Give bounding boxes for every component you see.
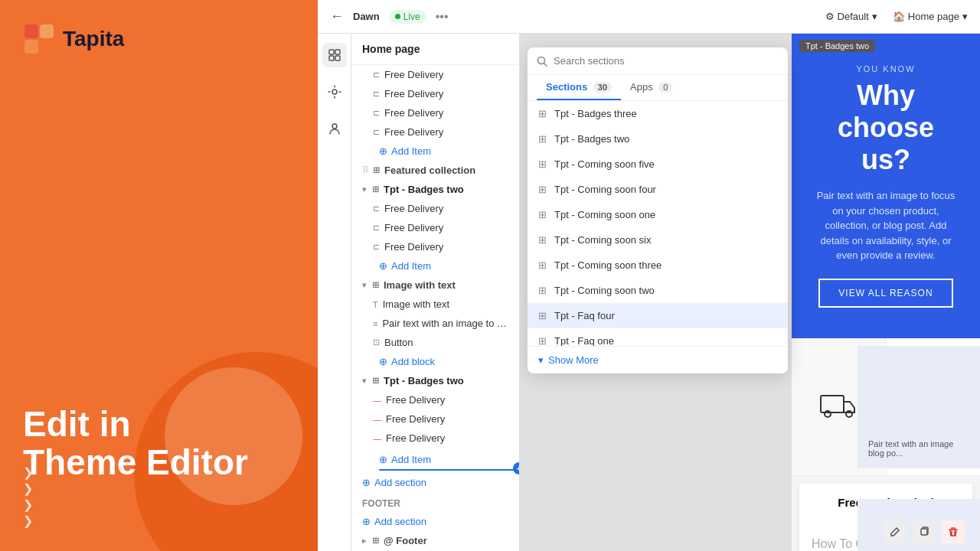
- tree-item-button[interactable]: ⊡ Button: [351, 333, 519, 352]
- section-item-label: Tpt - Coming soon four: [554, 184, 656, 195]
- sections-count-badge: 30: [593, 82, 612, 93]
- topbar: ← Dawn Live ••• ⚙ Default ▾ 🏠 Home page …: [318, 0, 980, 34]
- right-card-1: Pair text with an image blog po...: [858, 346, 980, 468]
- tab-apps[interactable]: Apps 0: [621, 75, 681, 100]
- svg-rect-5: [329, 56, 334, 60]
- hero-description: Pair text with an image to focus on your…: [815, 188, 957, 263]
- add-icon: ⊕: [379, 356, 387, 367]
- default-chevron-icon: ▾: [872, 11, 877, 22]
- right-side-cards: Pair text with an image blog po...: [858, 346, 980, 471]
- tree-section-badges-two-2[interactable]: ▾ ⊞ Tpt - Badges two: [351, 371, 519, 390]
- content-area: Home page ⊏ Free Delivery ⊏ Free Deliver…: [318, 34, 980, 551]
- section-list-item-badges-three[interactable]: ⊞ Tpt - Badges three: [528, 101, 788, 126]
- brand-tagline: Edit in Theme Editor: [23, 405, 295, 482]
- section-list-item-coming-soon-four[interactable]: ⊞ Tpt - Coming soon four: [528, 177, 788, 202]
- hero-section: YOU KNOW Why choose us? Pair text with a…: [792, 34, 980, 338]
- footer-label: Footer: [362, 498, 400, 509]
- tree-item-free-delivery-3[interactable]: ⊏ Free Delivery: [351, 103, 519, 122]
- tree-item-image-with-text[interactable]: T Image with text: [351, 295, 519, 314]
- section-list-item-badges-two[interactable]: ⊞ Tpt - Badges two: [528, 126, 788, 152]
- tree-item-icon: —: [373, 415, 381, 424]
- section-search-input[interactable]: [554, 55, 779, 67]
- section-search-dropdown: Sections 30 Apps 0 ⊞ Tpt - Badges three …: [528, 47, 788, 373]
- add-item-button-1[interactable]: ⊕ Add Item: [351, 142, 519, 161]
- section-grid-icon: ⊞: [538, 285, 547, 296]
- tree-section-image-with-text[interactable]: ▾ ⊞ Image with text: [351, 276, 519, 295]
- tree-section-featured[interactable]: ⠿ ⊞ Featured collection: [351, 161, 519, 180]
- footer-divider: Footer: [351, 492, 519, 512]
- svg-rect-2: [24, 40, 38, 54]
- tree-item-pair-text[interactable]: ≡ Pair text with an image to focu...: [351, 314, 519, 333]
- homepage-selector[interactable]: 🏠 Home page ▾: [893, 11, 968, 22]
- add-section-button-1[interactable]: ⊕ Add section: [351, 473, 519, 492]
- svg-line-10: [544, 63, 547, 66]
- add-section-button-2[interactable]: ⊕ Add section: [351, 512, 519, 531]
- default-selector[interactable]: ⚙ Default ▾: [825, 11, 877, 22]
- section-list-item-coming-soon-five[interactable]: ⊞ Tpt - Coming soon five: [528, 152, 788, 177]
- add-block-button[interactable]: ⊕ Add block: [351, 352, 519, 371]
- tree-section-footer[interactable]: ▸ ⊞ @ Footer: [351, 531, 519, 550]
- homepage-chevron-icon: ▾: [962, 11, 968, 22]
- tree-item-icon: ⊏: [373, 70, 380, 80]
- section-grid-icon: ⊞: [538, 108, 547, 119]
- tree-item-free-delivery-6[interactable]: ⊏ Free Delivery: [351, 218, 519, 237]
- svg-point-7: [332, 90, 337, 94]
- tree-item-free-delivery-5[interactable]: ⊏ Free Delivery: [351, 199, 519, 218]
- brand-panel: Tapita Edit in Theme Editor ❯ ❯ ❯ ❯: [0, 0, 318, 551]
- tree-item-label: Pair text with an image to focu...: [382, 318, 508, 329]
- icon-sidebar: [318, 34, 351, 551]
- section-label: Image with text: [384, 279, 508, 291]
- tree-item-free-delivery-2[interactable]: ⊏ Free Delivery: [351, 84, 519, 103]
- section-label: Tpt - Badges two: [384, 184, 508, 195]
- more-options-button[interactable]: •••: [436, 10, 449, 24]
- tree-item-label: Button: [384, 337, 508, 348]
- tree-item-free-delivery-8[interactable]: — Free Delivery: [351, 390, 519, 409]
- tree-item-label: Free Delivery: [384, 88, 508, 99]
- section-list-item-coming-soon-three[interactable]: ⊞ Tpt - Coming soon three: [528, 253, 788, 278]
- tree-item-free-delivery-9[interactable]: — Free Delivery: [351, 409, 519, 429]
- sidebar-nav-settings[interactable]: [322, 80, 347, 104]
- tab-sections[interactable]: Sections 30: [537, 75, 621, 100]
- back-button[interactable]: ←: [330, 8, 344, 24]
- button-icon: ⊡: [373, 337, 380, 347]
- logo: Tapita: [23, 23, 295, 55]
- copy-icon-button[interactable]: [913, 520, 936, 543]
- add-block-label: Add block: [391, 356, 435, 367]
- tagline-line1: Edit in: [23, 405, 295, 444]
- tree-item-free-delivery-1[interactable]: ⊏ Free Delivery: [351, 65, 519, 84]
- apps-count-badge: 0: [658, 82, 672, 93]
- section-list-item-faq-one[interactable]: ⊞ Tpt - Faq one: [528, 328, 788, 346]
- delete-icon-button[interactable]: [942, 520, 965, 543]
- section-item-label: Tpt - Coming soon one: [554, 209, 655, 220]
- section-item-label: Tpt - Coming soon three: [554, 259, 662, 271]
- section-label: Featured collection: [384, 165, 508, 176]
- sidebar-nav-pages[interactable]: [322, 43, 347, 67]
- right-card-1-label: Pair text with an image blog po...: [868, 439, 969, 458]
- add-item-button-3[interactable]: ⊕ Add Item: [351, 450, 519, 469]
- tree-panel-title: Home page: [351, 34, 519, 65]
- section-list-item-coming-soon-one[interactable]: ⊞ Tpt - Coming soon one: [528, 202, 788, 227]
- tree-item-label: Free Delivery: [384, 203, 508, 214]
- add-section-label: Add section: [374, 477, 426, 488]
- live-badge: Live: [389, 10, 426, 24]
- text-icon: T: [373, 300, 378, 309]
- hero-cta-button[interactable]: VIEW ALL REASON: [818, 279, 952, 308]
- sidebar-nav-people[interactable]: [322, 116, 347, 141]
- tree-item-free-delivery-4[interactable]: ⊏ Free Delivery: [351, 122, 519, 142]
- section-item-label: Tpt - Coming soon two: [554, 285, 655, 296]
- tree-item-free-delivery-7[interactable]: ⊏ Free Delivery: [351, 237, 519, 256]
- tree-item-free-delivery-10[interactable]: — Free Delivery: [351, 429, 519, 448]
- section-list-item-coming-soon-two[interactable]: ⊞ Tpt - Coming soon two: [528, 278, 788, 303]
- topbar-right: ⚙ Default ▾ 🏠 Home page ▾: [825, 11, 968, 22]
- tree-section-badges-two-1[interactable]: ▾ ⊞ Tpt - Badges two: [351, 180, 519, 199]
- add-item-button-2[interactable]: ⊕ Add Item: [351, 256, 519, 276]
- hero-subtitle: YOU KNOW: [815, 64, 957, 73]
- svg-rect-0: [24, 24, 38, 38]
- tree-item-label: Free Delivery: [384, 69, 508, 80]
- section-list-item-faq-four[interactable]: ⊞ Tpt - Faq four: [528, 303, 788, 328]
- section-list-item-coming-soon-six[interactable]: ⊞ Tpt - Coming soon six: [528, 227, 788, 253]
- edit-icon-button[interactable]: [884, 520, 906, 543]
- show-more-button[interactable]: ▾ Show More: [528, 346, 788, 373]
- tree-item-label: Free Delivery: [386, 394, 508, 406]
- add-item-label: Add Item: [391, 260, 431, 272]
